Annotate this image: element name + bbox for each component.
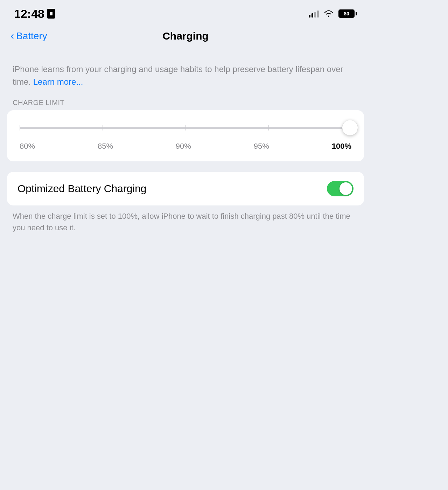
slider-thumb[interactable] (342, 120, 358, 135)
battery-percent: 80 (344, 11, 349, 16)
charge-limit-label: CHARGE LIMIT (0, 99, 371, 110)
label-90: 90% (176, 142, 191, 151)
label-95: 95% (254, 142, 269, 151)
label-100: 100% (332, 142, 351, 151)
slider-labels: 80% 85% 90% 95% 100% (20, 142, 351, 151)
back-label: Battery (16, 30, 47, 42)
charge-limit-card: 80% 85% 90% 95% 100% (7, 110, 364, 161)
optimized-charging-toggle[interactable] (327, 181, 354, 196)
tick-85 (103, 125, 103, 131)
label-85: 85% (98, 142, 113, 151)
tick-95 (268, 125, 269, 131)
page-title: Charging (162, 30, 209, 42)
tick-90 (186, 125, 186, 131)
nav-bar: ‹ Battery Charging (0, 24, 371, 49)
battery-tip (356, 12, 357, 15)
footer-text: When the charge limit is set to 100%, al… (13, 212, 350, 232)
back-chevron-icon: ‹ (10, 30, 14, 41)
slider-track[interactable] (20, 127, 351, 129)
optimized-charging-card: Optimized Battery Charging (7, 172, 364, 205)
status-bar: 12:48 80 (0, 0, 371, 24)
label-80: 80% (20, 142, 35, 151)
status-right-icons: 80 (309, 9, 357, 18)
wifi-icon (324, 10, 334, 17)
optimized-charging-label: Optimized Battery Charging (18, 183, 147, 195)
nfc-icon (47, 9, 55, 19)
time-display: 12:48 (14, 7, 44, 21)
slider-container[interactable] (20, 121, 351, 135)
signal-icon (309, 10, 319, 18)
footer-description: When the charge limit is set to 100%, al… (0, 205, 371, 244)
status-time: 12:48 (14, 7, 55, 21)
battery-status-icon: 80 (338, 9, 357, 18)
back-button[interactable]: ‹ Battery (10, 30, 47, 42)
tick-80 (20, 125, 20, 131)
description-section: iPhone learns from your charging and usa… (0, 56, 371, 99)
learn-more-link[interactable]: Learn more... (33, 77, 83, 86)
